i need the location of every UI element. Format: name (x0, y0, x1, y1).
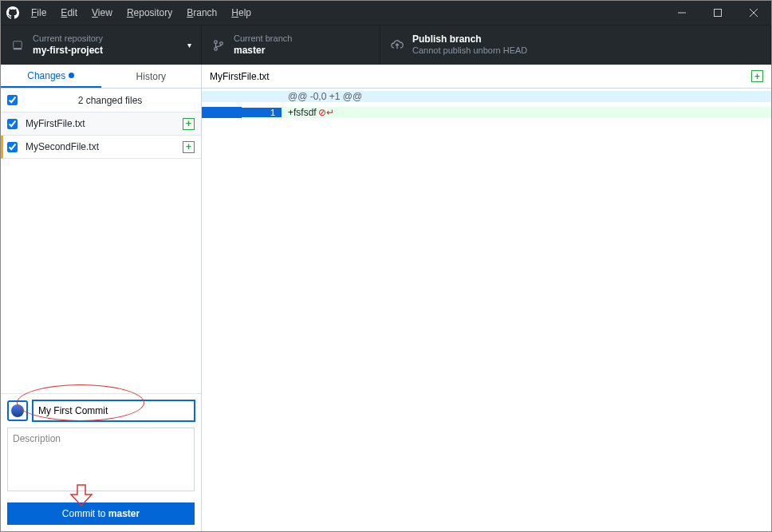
cloud-upload-icon (390, 39, 404, 52)
svg-rect-5 (14, 48, 22, 49)
svg-rect-1 (714, 10, 721, 17)
publish-button[interactable]: Publish branch Cannot publish unborn HEA… (380, 26, 771, 65)
github-logo-icon (1, 6, 25, 19)
repo-icon (10, 40, 25, 51)
sidebar: Changes History 2 changed files MyFirstF… (1, 65, 202, 531)
file-row[interactable]: MyFirstFile.txt + (1, 112, 201, 136)
branch-value: master (234, 45, 292, 57)
toolbar: Current repository my-first-project ▾ Cu… (1, 25, 771, 65)
file-name: MySecondFile.txt (26, 141, 183, 152)
file-name: MyFirstFile.txt (26, 118, 183, 129)
svg-point-8 (220, 41, 223, 45)
publish-value: Cannot publish unborn HEAD (412, 45, 527, 57)
chevron-down-icon: ▾ (187, 41, 191, 49)
file-checkbox[interactable] (7, 119, 18, 129)
tab-changes[interactable]: Changes (1, 65, 101, 88)
added-badge-icon: + (183, 141, 195, 153)
avatar (7, 400, 28, 421)
publish-label: Publish branch (412, 33, 527, 45)
svg-point-6 (215, 40, 218, 43)
repo-dropdown[interactable]: Current repository my-first-project ▾ (1, 26, 202, 65)
menu-view[interactable]: View (92, 7, 112, 18)
menu-help[interactable]: Help (231, 7, 251, 18)
added-badge-icon: + (183, 118, 195, 130)
repo-label: Current repository (33, 33, 103, 45)
menu-file[interactable]: File (31, 7, 46, 18)
diff-added-text: +fsfsdf (288, 107, 317, 118)
svg-point-7 (215, 47, 218, 50)
branch-dropdown[interactable]: Current branch master (202, 26, 380, 65)
line-number: 1 (242, 108, 282, 117)
select-all-checkbox[interactable] (7, 95, 18, 105)
return-icon: ↵ (326, 107, 334, 118)
branch-label: Current branch (234, 33, 292, 45)
menu-branch[interactable]: Branch (187, 7, 217, 18)
changes-indicator-dot (69, 73, 74, 78)
sidebar-tabs: Changes History (1, 65, 201, 89)
diff-panel: MyFirstFile.txt + @@ -0,0 +1 @@ 1 +fsfsd… (202, 65, 771, 531)
titlebar: File Edit View Repository Branch Help (1, 1, 771, 25)
diff-content: @@ -0,0 +1 @@ 1 +fsfsdf⊘↵ (202, 89, 771, 120)
commit-description-input[interactable] (7, 428, 195, 491)
repo-value: my-first-project (33, 45, 103, 57)
changes-count: 2 changed files (26, 95, 195, 106)
diff-line[interactable]: 1 +fsfsdf⊘↵ (202, 104, 771, 120)
file-checkbox[interactable] (7, 142, 18, 152)
file-row[interactable]: MySecondFile.txt + (1, 136, 201, 159)
no-newline-icon: ⊘ (318, 107, 326, 118)
maximize-button[interactable] (699, 1, 735, 25)
menu-edit[interactable]: Edit (61, 7, 77, 18)
diff-filename: MyFirstFile.txt (210, 71, 270, 82)
added-badge-icon: + (751, 70, 763, 82)
minimize-button[interactable] (664, 1, 699, 25)
diff-file-header: MyFirstFile.txt + (202, 65, 771, 89)
commit-summary-input[interactable] (33, 400, 195, 421)
file-list: MyFirstFile.txt + MySecondFile.txt + (1, 112, 201, 159)
commit-box: Commit to master (1, 393, 201, 531)
changes-header: 2 changed files (1, 89, 201, 112)
menu-bar: File Edit View Repository Branch Help (25, 7, 251, 18)
menu-repository[interactable]: Repository (127, 7, 172, 18)
close-button[interactable] (735, 1, 771, 25)
branch-icon (211, 40, 226, 51)
commit-button[interactable]: Commit to master (7, 502, 195, 525)
svg-rect-4 (14, 41, 22, 48)
diff-hunk-header: @@ -0,0 +1 @@ (282, 91, 771, 102)
tab-history[interactable]: History (101, 65, 202, 88)
